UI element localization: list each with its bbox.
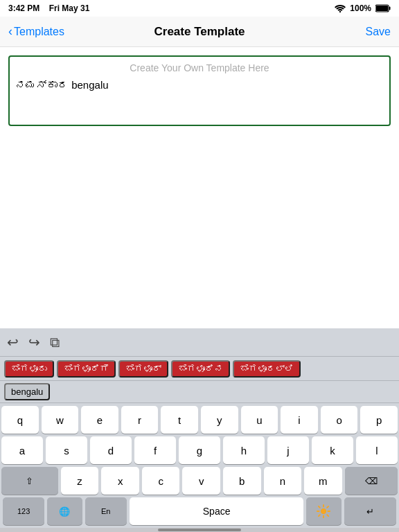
nav-bar: ‹ Templates Create Template Save — [0, 17, 399, 47]
key-d[interactable]: d — [90, 436, 132, 464]
key-v[interactable]: v — [182, 467, 220, 495]
back-chevron-icon: ‹ — [8, 24, 12, 39]
autocomplete-chip-4[interactable]: ಬೆಂಗಳೂರಲ್ಲಿ — [233, 360, 301, 378]
svg-rect-2 — [389, 7, 391, 10]
status-bar: 3:42 PM Fri May 31 100% — [0, 0, 399, 17]
key-m[interactable]: m — [304, 467, 342, 495]
autocomplete-row: ಬೆಂಗಳೂರು ಬೆಂಗಳೂರಿಗೆ ಬೆಂಗಳೂರ್ ಬೆಂಗಳೂರಿನ ಬ… — [0, 356, 399, 381]
key-q[interactable]: q — [1, 406, 39, 434]
back-button[interactable]: ‹ Templates — [8, 24, 64, 39]
key-h[interactable]: h — [223, 436, 265, 464]
autocomplete-current[interactable]: bengalu — [4, 383, 50, 400]
svg-line-9 — [319, 506, 320, 508]
shift-key[interactable]: ⇧ — [1, 467, 58, 495]
key-t[interactable]: t — [161, 406, 198, 434]
home-indicator — [0, 528, 399, 532]
svg-line-10 — [328, 515, 329, 516]
battery-level: 100% — [350, 3, 371, 13]
autocomplete-chip-3[interactable]: ಬೆಂಗಳೂರಿನ — [171, 360, 230, 378]
key-j[interactable]: j — [267, 436, 309, 464]
sun-icon — [316, 504, 331, 519]
svg-line-11 — [328, 506, 329, 508]
key-f[interactable]: f — [134, 436, 176, 464]
key-a[interactable]: a — [1, 436, 43, 464]
key-l[interactable]: l — [356, 436, 398, 464]
undo-button[interactable]: ↩ — [7, 334, 19, 351]
key-row-3: ⇧ z x c v b n m ⌫ — [1, 467, 398, 495]
wifi-icon — [335, 4, 346, 12]
settings-key[interactable] — [306, 497, 341, 525]
key-r[interactable]: r — [121, 406, 159, 434]
key-row-4: 123 🌐 En Space ↵ — [1, 497, 398, 528]
keyboard-toolbar: ↩ ↪ ⧉ — [0, 328, 399, 356]
key-k[interactable]: k — [312, 436, 353, 464]
delete-key[interactable]: ⌫ — [345, 467, 398, 495]
keyboard-keys: q w e r t y u i o p a s d f g h j k l ⇧ … — [0, 403, 399, 528]
key-b[interactable]: b — [223, 467, 261, 495]
return-key[interactable]: ↵ — [344, 497, 396, 525]
autocomplete-chip-2[interactable]: ಬೆಂಗಳೂರ್ — [118, 360, 168, 378]
key-u[interactable]: u — [241, 406, 278, 434]
copy-button[interactable]: ⧉ — [50, 335, 60, 351]
svg-point-0 — [339, 11, 341, 12]
key-y[interactable]: y — [201, 406, 238, 434]
globe-key[interactable]: 🌐 — [47, 497, 82, 525]
key-i[interactable]: i — [281, 406, 318, 434]
home-indicator-bar — [158, 529, 241, 531]
key-c[interactable]: c — [142, 467, 180, 495]
key-row-1: q w e r t y u i o p — [1, 406, 398, 434]
status-time-date: 3:42 PM Fri May 31 — [8, 3, 89, 13]
autocomplete-chip-0[interactable]: ಬೆಂಗಳೂರು — [4, 360, 54, 378]
save-button[interactable]: Save — [366, 26, 391, 38]
template-text-input[interactable]: ನಮಸ್ಕಾರ bengalu — [15, 78, 384, 119]
key-n[interactable]: n — [264, 467, 302, 495]
status-icons: 100% — [335, 3, 391, 13]
template-placeholder: Create Your Own Template Here — [15, 62, 384, 73]
svg-point-4 — [321, 508, 326, 513]
key-z[interactable]: z — [61, 467, 99, 495]
lang-key[interactable]: En — [85, 497, 127, 525]
back-label: Templates — [14, 26, 64, 38]
svg-line-12 — [319, 515, 320, 516]
number-key[interactable]: 123 — [3, 497, 44, 525]
key-e[interactable]: e — [81, 406, 118, 434]
redo-button[interactable]: ↪ — [28, 334, 40, 351]
battery-icon — [375, 4, 391, 12]
key-o[interactable]: o — [321, 406, 358, 434]
keyboard-area: ↩ ↪ ⧉ ಬೆಂಗಳೂರು ಬೆಂಗಳೂರಿಗೆ ಬೆಂಗಳೂರ್ ಬೆಂಗಳ… — [0, 328, 399, 532]
key-g[interactable]: g — [179, 436, 220, 464]
key-row-2: a s d f g h j k l — [1, 436, 398, 464]
svg-rect-3 — [376, 6, 388, 11]
key-p[interactable]: p — [360, 406, 398, 434]
autocomplete-chip-1[interactable]: ಬೆಂಗಳೂರಿಗೆ — [57, 360, 116, 378]
key-s[interactable]: s — [46, 436, 87, 464]
space-key[interactable]: Space — [130, 497, 303, 525]
nav-title: Create Template — [154, 25, 245, 39]
key-x[interactable]: x — [101, 467, 139, 495]
key-w[interactable]: w — [42, 406, 79, 434]
template-input-area[interactable]: Create Your Own Template Here ನಮಸ್ಕಾರ be… — [8, 55, 391, 126]
